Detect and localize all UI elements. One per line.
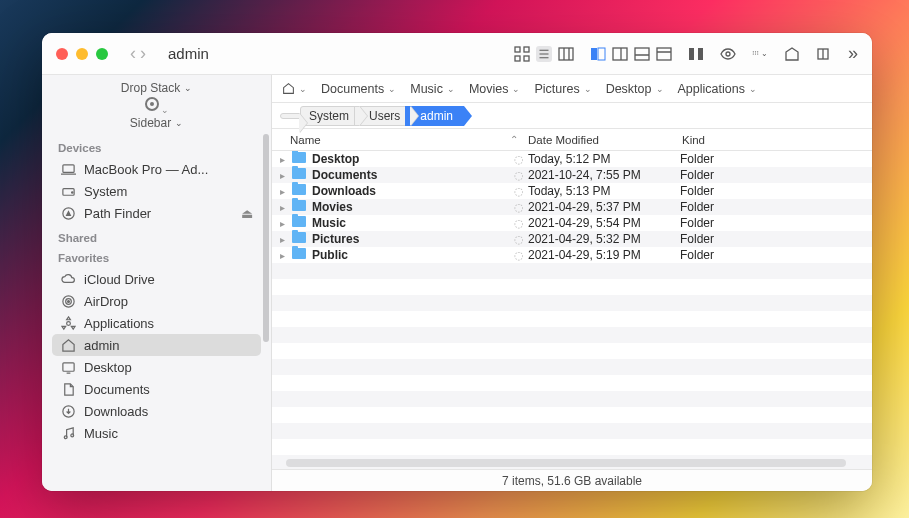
sidebar: Drop Stack ⌄ ⌄ Sidebar ⌄ Devices MacBook…: [42, 75, 272, 491]
crumb-apple[interactable]: [280, 113, 300, 119]
crumb-system[interactable]: System: [300, 106, 360, 126]
folder-icon: [292, 248, 308, 262]
folder-action-icon[interactable]: [816, 46, 832, 62]
file-row[interactable]: ▸Music◌2021-04-29, 5:54 PMFolder: [272, 215, 872, 231]
horizontal-scrollbar[interactable]: [286, 459, 846, 467]
file-kind: Folder: [680, 248, 872, 262]
sidebar-favorite-2[interactable]: Applications: [52, 312, 261, 334]
col-name[interactable]: Name: [290, 134, 321, 146]
file-name: Pictures: [312, 232, 514, 246]
svg-rect-2: [515, 56, 520, 61]
cloud-icon: [60, 271, 76, 287]
favbar-label: Music: [410, 82, 443, 96]
grid-settings-icon[interactable]: ⌄: [752, 46, 768, 62]
file-name: Desktop: [312, 152, 514, 166]
sidebar-scrollbar[interactable]: [263, 134, 269, 342]
sidebar-toggle[interactable]: Sidebar ⌄: [130, 116, 183, 130]
clock-icon: ◌: [514, 169, 528, 182]
sidebar-device-0[interactable]: MacBook Pro — Ad...: [52, 158, 261, 180]
sidebar-favorite-0[interactable]: iCloud Drive: [52, 268, 261, 290]
zoom-button[interactable]: [96, 48, 108, 60]
shared-heading: Shared: [58, 232, 255, 244]
sidebar-item-label: Documents: [84, 382, 150, 397]
favbar-home[interactable]: ⌄: [282, 82, 307, 95]
svg-rect-16: [657, 48, 671, 60]
tag-icon[interactable]: [784, 46, 800, 62]
disclosure-icon[interactable]: ▸: [276, 170, 288, 181]
sidebar-favorite-4[interactable]: Desktop: [52, 356, 261, 378]
svg-rect-0: [515, 47, 520, 52]
file-row[interactable]: ▸Pictures◌2021-04-29, 5:32 PMFolder: [272, 231, 872, 247]
sidebar-item-label: Music: [84, 426, 118, 441]
svg-rect-29: [62, 164, 73, 172]
favbar-item-5[interactable]: Applications ⌄: [678, 82, 757, 96]
folder-icon: [292, 216, 308, 230]
svg-point-25: [755, 53, 756, 54]
favbar-item-0[interactable]: Documents ⌄: [321, 82, 396, 96]
file-date: 2021-04-29, 5:32 PM: [528, 232, 680, 246]
disclosure-icon[interactable]: ▸: [276, 250, 288, 261]
disclosure-icon[interactable]: ▸: [276, 154, 288, 165]
sidebar-favorite-1[interactable]: AirDrop: [52, 290, 261, 312]
svg-point-36: [67, 300, 69, 302]
favbar-item-2[interactable]: Movies ⌄: [469, 82, 521, 96]
panel-right-icon[interactable]: [612, 46, 628, 62]
close-button[interactable]: [56, 48, 68, 60]
svg-rect-1: [524, 47, 529, 52]
target-icon[interactable]: [145, 97, 159, 111]
back-button[interactable]: ‹: [130, 43, 136, 64]
svg-point-32: [71, 191, 72, 192]
file-row[interactable]: ▸Downloads◌Today, 5:13 PMFolder: [272, 183, 872, 199]
sidebar-device-2[interactable]: Path Finder⏏: [52, 202, 261, 224]
desktop-icon: [60, 359, 76, 375]
favbar-item-4[interactable]: Desktop ⌄: [606, 82, 664, 96]
quicklook-icon[interactable]: [720, 46, 736, 62]
file-name: Music: [312, 216, 514, 230]
disclosure-icon[interactable]: ▸: [276, 202, 288, 213]
file-date: Today, 5:13 PM: [528, 184, 680, 198]
music-icon: [60, 425, 76, 441]
file-row[interactable]: ▸Movies◌2021-04-29, 5:37 PMFolder: [272, 199, 872, 215]
col-kind[interactable]: Kind: [682, 134, 872, 146]
file-row[interactable]: ▸Documents◌2021-10-24, 7:55 PMFolder: [272, 167, 872, 183]
disclosure-icon[interactable]: ▸: [276, 234, 288, 245]
file-list[interactable]: ▸Desktop◌Today, 5:12 PMFolder▸Documents◌…: [272, 151, 872, 469]
eject-icon[interactable]: ⏏: [241, 206, 253, 221]
favorites-heading: Favorites: [58, 252, 255, 264]
panel-left-icon[interactable]: [590, 46, 606, 62]
list-view-icon[interactable]: [536, 46, 552, 62]
file-row[interactable]: ▸Public◌2021-04-29, 5:19 PMFolder: [272, 247, 872, 263]
clock-icon: ◌: [514, 217, 528, 230]
sidebar-item-label: System: [84, 184, 127, 199]
minimize-button[interactable]: [76, 48, 88, 60]
status-text: 7 items, 51.6 GB available: [502, 474, 642, 488]
favbar-item-3[interactable]: Pictures ⌄: [534, 82, 591, 96]
panel-bottom-icon[interactable]: [634, 46, 650, 62]
file-pane: Name⌃ Date Modified Kind ▸Desktop◌Today,…: [272, 129, 872, 491]
sidebar-favorite-6[interactable]: Downloads: [52, 400, 261, 422]
nav-arrows: ‹ ›: [130, 43, 146, 64]
col-date[interactable]: Date Modified: [528, 134, 682, 146]
drop-stack-button[interactable]: Drop Stack ⌄: [121, 81, 192, 95]
dual-pane-icon[interactable]: [688, 46, 704, 62]
sidebar-device-1[interactable]: System: [52, 180, 261, 202]
sidebar-favorite-3[interactable]: admin: [52, 334, 261, 356]
disclosure-icon[interactable]: ▸: [276, 218, 288, 229]
panel-stack-icon[interactable]: [656, 46, 672, 62]
sidebar-favorite-7[interactable]: Music: [52, 422, 261, 444]
file-kind: Folder: [680, 232, 872, 246]
airdrop-icon: [60, 293, 76, 309]
svg-point-23: [757, 51, 758, 52]
sidebar-favorite-5[interactable]: Documents: [52, 378, 261, 400]
file-kind: Folder: [680, 184, 872, 198]
column-view-icon[interactable]: [558, 46, 574, 62]
sort-asc-icon[interactable]: ⌃: [510, 134, 518, 145]
favbar-item-1[interactable]: Music ⌄: [410, 82, 455, 96]
svg-rect-7: [559, 48, 573, 60]
disclosure-icon[interactable]: ▸: [276, 186, 288, 197]
icon-view-icon[interactable]: [514, 46, 530, 62]
svg-point-20: [726, 52, 730, 56]
file-row[interactable]: ▸Desktop◌Today, 5:12 PMFolder: [272, 151, 872, 167]
overflow-icon[interactable]: »: [848, 43, 858, 64]
forward-button[interactable]: ›: [140, 43, 146, 64]
